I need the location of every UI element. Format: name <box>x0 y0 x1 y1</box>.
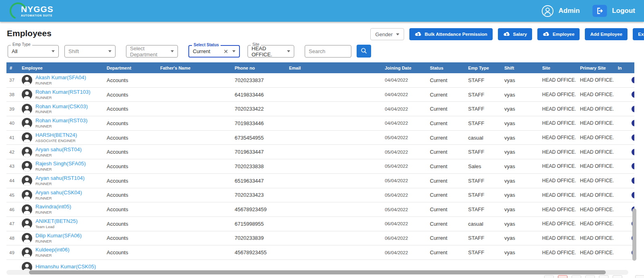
cell-joining-date: 06/04/2022 <box>385 236 430 241</box>
table-row: 38 Rohan Kumar(RST103) RUNNER Accounts 6… <box>6 88 634 102</box>
button-label: Salary <box>513 32 527 37</box>
table-row: 40 Rohan Kumar(RST03) RUNNER Accounts 70… <box>6 116 634 131</box>
row-number: 45 <box>6 193 22 198</box>
cell-department: Accounts <box>107 77 160 83</box>
indicator-dot-icon[interactable] <box>632 77 634 83</box>
cell-emp-type: STAFF <box>468 106 504 112</box>
employee-name-link[interactable]: Rohan Kumar(RST103) <box>35 89 91 95</box>
button-label: Add Employee <box>590 32 622 37</box>
cell-status: Current <box>430 120 468 126</box>
employee-name-link[interactable]: Kuldeep(int06) <box>35 247 70 253</box>
pagination-button[interactable] <box>544 275 554 278</box>
cloud-upload-icon <box>543 31 550 37</box>
pagination-button[interactable] <box>635 275 644 278</box>
employee-name-link[interactable]: Aryan sahu(RST04) <box>35 147 82 153</box>
employee-name-link[interactable]: Aryan sahu(CSK04) <box>35 190 82 196</box>
employee-name-link[interactable]: Rajesh Singh(SFA05) <box>35 161 86 167</box>
cell-shift: vyas <box>504 106 542 112</box>
cell-phone: 7020233837 <box>235 77 289 83</box>
employee-name-link[interactable]: ANIKET(BETN25) <box>35 218 78 224</box>
salary-upload-button[interactable]: Salary <box>498 28 533 40</box>
clear-icon[interactable]: ✕ <box>223 48 228 55</box>
row-number: 48 <box>6 236 22 241</box>
employee-name-link[interactable]: HARSH(BETN24) <box>35 132 77 138</box>
pagination-button[interactable] <box>599 275 609 278</box>
employee-name-link[interactable]: Ravindra(int05) <box>35 204 71 210</box>
indicator-dot-icon[interactable] <box>632 91 634 98</box>
indicator-dot-icon[interactable] <box>632 134 634 141</box>
cell-site: HEAD OFFICE. <box>542 178 580 183</box>
employee-role: ASSOCIATE ENGINER <box>35 138 77 143</box>
export-button[interactable]: Export <box>633 28 644 40</box>
pagination-button[interactable] <box>613 275 622 278</box>
indicator-dot-icon[interactable] <box>632 177 634 184</box>
cell-status: Current <box>430 249 468 255</box>
employee-name-link[interactable]: Rohan Kumar(CSK03) <box>35 104 88 110</box>
add-employee-button[interactable]: Add Employee <box>585 28 627 40</box>
pagination-button[interactable] <box>558 275 568 278</box>
indicator-dot-icon[interactable] <box>632 106 634 112</box>
indicator-dot-icon[interactable] <box>632 163 634 169</box>
cell-emp-type: STAFF <box>468 120 504 126</box>
indicator-dot-icon[interactable] <box>632 192 634 198</box>
cell-status: Current <box>430 163 468 169</box>
avatar <box>22 190 32 200</box>
cell-joining-date: 06/04/2022 <box>385 250 430 255</box>
horizontal-scrollbar[interactable] <box>29 270 606 274</box>
shift-placeholder: Shift <box>68 48 108 54</box>
cell-emp-type: casual <box>468 135 504 141</box>
cell-joining-date: 04/04/2022 <box>385 78 430 82</box>
pagination-button[interactable] <box>572 275 581 278</box>
gender-select[interactable]: Gender <box>370 28 404 40</box>
employee-name-link[interactable]: Himanshu Kumar(CSK05) <box>35 264 96 270</box>
pagination-button[interactable] <box>585 275 595 278</box>
employee-name-link[interactable]: Dilip Kumar(SFA06) <box>35 233 82 239</box>
cell-department: Accounts <box>107 106 160 112</box>
vertical-scrollbar[interactable] <box>632 208 636 261</box>
bulk-attendance-permission-button[interactable]: Bulk Attendance Permission <box>409 28 493 40</box>
caret-down-icon <box>232 50 235 52</box>
column-header: Joining Date <box>385 66 430 70</box>
table-head: #EmployeeDepartmentFather's NamePhone no… <box>6 62 634 73</box>
cell-department: Accounts <box>107 221 160 227</box>
avatar <box>22 147 32 157</box>
cell-primary-site: HEAD OFFICE. <box>580 250 618 255</box>
cell-primary-site: HEAD OFFICE. <box>580 192 618 198</box>
column-header: Department <box>107 66 160 70</box>
site-select[interactable]: Site HEAD OFFICE. <box>248 45 294 58</box>
cell-status: Current <box>430 221 468 227</box>
caret-down-icon <box>396 33 399 35</box>
logout-button[interactable]: Logout <box>592 5 635 17</box>
cell-phone: 7020233839 <box>235 235 289 241</box>
department-select[interactable]: Select Department <box>126 45 178 58</box>
employee-name-link[interactable]: Akash Kumar(SFA04) <box>35 75 86 81</box>
emp-type-select[interactable]: Emp Type All <box>8 45 59 58</box>
page-title: Employees <box>7 29 52 38</box>
button-label: Employee <box>553 32 574 37</box>
gender-select-value: Gender <box>375 31 392 37</box>
search-input[interactable] <box>305 45 351 58</box>
table-row: 48 Dilip Kumar(SFA06) RUNNER Accounts 70… <box>6 231 634 246</box>
cell-phone: 6715998955 <box>235 221 289 227</box>
admin-menu[interactable]: Admin <box>541 5 580 17</box>
cell-status: Current <box>430 192 468 198</box>
employee-name-link[interactable]: Aryan sahu(RST104) <box>35 175 85 181</box>
avatar <box>22 204 32 215</box>
search-button[interactable] <box>357 45 371 58</box>
admin-label: Admin <box>559 7 580 15</box>
cell-site: HEAD OFFICE. <box>542 120 580 126</box>
indicator-dot-icon[interactable] <box>632 149 634 155</box>
cell-department: Accounts <box>107 192 160 198</box>
cell-site: HEAD OFFICE. <box>542 149 580 155</box>
cell-emp-type: STAFF <box>468 178 504 184</box>
cell-primary-site: HEAD OFFICE. <box>580 221 618 227</box>
cell-joining-date: 04/04/2022 <box>385 92 430 97</box>
status-label: Select Status <box>192 43 221 47</box>
employee-name-link[interactable]: Rohan Kumar(RST03) <box>35 118 87 124</box>
cell-primary-site: HEAD OFFICE. <box>580 178 618 183</box>
status-select[interactable]: Select Status Current ✕ <box>188 45 240 58</box>
column-header: Shift <box>504 66 542 70</box>
indicator-dot-icon[interactable] <box>632 120 634 126</box>
shift-select[interactable]: Shift <box>64 45 116 58</box>
employee-upload-button[interactable]: Employee <box>537 28 580 40</box>
